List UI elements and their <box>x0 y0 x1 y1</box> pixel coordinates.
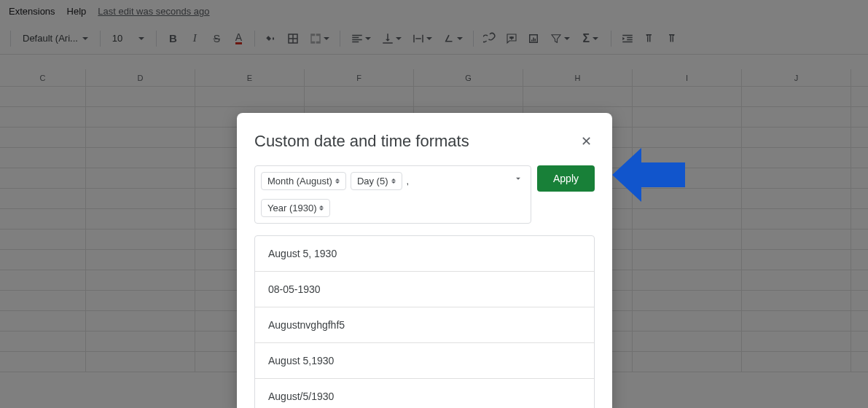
last-edit-link[interactable]: Last edit was seconds ago <box>98 6 209 17</box>
column-header[interactable]: J <box>742 69 851 86</box>
separator <box>156 31 157 47</box>
text-rotation-button[interactable] <box>438 28 467 49</box>
add-token-dropdown[interactable] <box>513 173 523 187</box>
sort-icon <box>319 205 324 211</box>
separator <box>473 31 474 47</box>
format-preset-item[interactable]: August 5,1930 <box>255 343 594 379</box>
format-preset-item[interactable]: Augustnvghgfhf5 <box>255 307 594 343</box>
column-header[interactable]: I <box>633 69 742 86</box>
day-token[interactable]: Day (5) <box>351 172 402 190</box>
separator <box>254 31 255 47</box>
column-header[interactable]: C <box>0 69 86 86</box>
chevron-down-icon <box>593 37 598 40</box>
format-preset-list[interactable]: August 5, 1930 08-05-1930 Augustnvghgfhf… <box>254 235 595 408</box>
horizontal-align-button[interactable] <box>346 28 375 49</box>
menu-help[interactable]: Help <box>67 6 87 17</box>
separator <box>611 31 611 47</box>
chevron-down-icon <box>82 37 88 40</box>
chevron-down-icon <box>365 37 371 40</box>
dialog-title: Custom date and time formats <box>254 132 469 151</box>
chevron-down-icon <box>324 37 329 40</box>
borders-button[interactable] <box>283 28 303 49</box>
column-headers: C D E F G H I J <box>0 69 868 87</box>
font-size-select[interactable]: 10 <box>106 33 150 44</box>
separator <box>10 31 11 47</box>
chevron-down-icon <box>396 37 402 40</box>
year-token[interactable]: Year (1930) <box>261 199 330 217</box>
month-token[interactable]: Month (August) <box>261 172 346 190</box>
column-header[interactable]: E <box>195 69 305 86</box>
menubar: Extensions Help Last edit was seconds ag… <box>0 0 868 23</box>
chevron-down-icon <box>457 37 463 40</box>
literal-comma: , <box>407 176 410 187</box>
sort-icon <box>391 178 396 184</box>
text-wrapping-button[interactable] <box>407 28 437 49</box>
month-token-label: Month (August) <box>267 176 332 187</box>
column-header[interactable]: D <box>86 69 195 86</box>
vertical-align-button[interactable] <box>377 28 406 49</box>
apply-button[interactable]: Apply <box>537 165 595 192</box>
custom-date-time-dialog: Custom date and time formats ✕ Month (Au… <box>237 113 612 408</box>
rtl-button[interactable] <box>661 28 681 49</box>
insert-comment-button[interactable] <box>501 28 522 49</box>
font-size-label: 10 <box>112 33 122 44</box>
filter-button[interactable] <box>545 28 574 49</box>
font-family-select[interactable]: Default (Ari... <box>17 33 94 44</box>
bold-button[interactable]: B <box>163 28 183 49</box>
merge-cells-button[interactable] <box>305 28 334 49</box>
chevron-down-icon <box>564 37 570 40</box>
close-icon[interactable]: ✕ <box>578 130 595 152</box>
chevron-down-icon <box>426 37 432 40</box>
separator <box>100 31 101 47</box>
column-header[interactable]: F <box>305 69 414 86</box>
strikethrough-button[interactable]: S <box>206 28 227 49</box>
ltr-button[interactable] <box>639 28 660 49</box>
fill-color-button[interactable] <box>261 28 281 49</box>
sort-icon <box>335 178 340 184</box>
day-token-label: Day (5) <box>357 176 388 187</box>
insert-link-button[interactable] <box>480 28 500 49</box>
menu-extensions[interactable]: Extensions <box>9 6 55 17</box>
separator <box>340 31 340 47</box>
year-token-label: Year (1930) <box>267 203 316 213</box>
format-preset-item[interactable]: August/5/1930 <box>255 379 594 408</box>
toolbar: Default (Ari... 10 B I S A Σ <box>0 23 868 55</box>
annotation-arrow-icon <box>609 135 689 218</box>
text-color-button[interactable]: A <box>228 28 249 49</box>
column-header[interactable]: G <box>414 69 523 86</box>
italic-button[interactable]: I <box>184 28 205 49</box>
functions-button[interactable]: Σ <box>576 28 605 49</box>
format-preset-item[interactable]: August 5, 1930 <box>255 236 594 272</box>
chevron-down-icon <box>138 37 144 40</box>
column-header[interactable]: H <box>523 69 633 86</box>
decrease-indent-button[interactable] <box>617 28 638 49</box>
format-preset-item[interactable]: 08-05-1930 <box>255 272 594 307</box>
insert-chart-button[interactable] <box>523 28 544 49</box>
font-family-label: Default (Ari... <box>23 33 78 44</box>
format-token-input[interactable]: Month (August) Day (5) , Year (1930) <box>254 165 531 224</box>
